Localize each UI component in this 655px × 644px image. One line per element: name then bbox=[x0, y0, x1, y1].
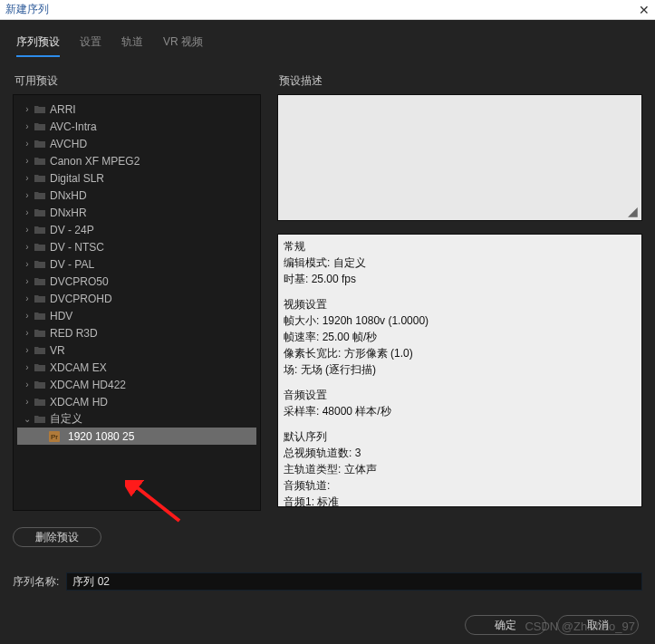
tree-item-label: HDV bbox=[50, 310, 72, 322]
folder-icon bbox=[34, 226, 46, 235]
preset-tree[interactable]: ›ARRI›AVC-Intra›AVCHD›Canon XF MPEG2›Dig… bbox=[13, 94, 261, 511]
window-title: 新建序列 bbox=[5, 2, 49, 17]
chevron-right-icon[interactable]: › bbox=[21, 380, 34, 389]
info-frame-size: 帧大小: 1920h 1080v (1.0000) bbox=[284, 312, 636, 329]
tab-settings[interactable]: 设置 bbox=[80, 34, 101, 57]
preset-info-box: 常规 编辑模式: 自定义 时基: 25.00 fps 视频设置 帧大小: 192… bbox=[277, 234, 642, 507]
tab-vr[interactable]: VR 视频 bbox=[163, 34, 203, 57]
tree-folder[interactable]: ›Canon XF MPEG2 bbox=[17, 152, 256, 169]
folder-icon bbox=[34, 312, 46, 321]
folder-icon bbox=[34, 157, 46, 166]
tree-item-label: DVCPRO50 bbox=[50, 275, 109, 288]
info-video-tracks: 总视频轨道数: 3 bbox=[284, 445, 636, 461]
chevron-right-icon[interactable]: › bbox=[21, 276, 34, 286]
folder-icon bbox=[34, 208, 46, 217]
folder-icon bbox=[34, 191, 46, 200]
preset-icon: Pr bbox=[48, 431, 61, 442]
info-heading-general: 常规 bbox=[284, 238, 636, 255]
chevron-right-icon[interactable]: › bbox=[21, 173, 34, 183]
folder-icon bbox=[34, 174, 46, 183]
title-bar: 新建序列 ✕ bbox=[0, 0, 655, 20]
tree-folder[interactable]: ›AVCHD bbox=[17, 135, 256, 152]
folder-icon bbox=[34, 363, 46, 372]
svg-text:Pr: Pr bbox=[51, 433, 58, 441]
chevron-right-icon[interactable]: › bbox=[21, 345, 34, 355]
close-icon[interactable]: ✕ bbox=[639, 3, 650, 17]
preset-description-box: ◢ bbox=[277, 94, 642, 221]
folder-icon bbox=[34, 346, 46, 355]
info-audio-tracks-label: 音频轨道: bbox=[284, 477, 636, 494]
tree-item-label: XDCAM HD bbox=[50, 396, 108, 409]
tree-folder[interactable]: ›XDCAM HD422 bbox=[17, 376, 256, 393]
info-edit-mode: 编辑模式: 自定义 bbox=[284, 255, 636, 271]
sequence-name-input[interactable] bbox=[66, 572, 642, 591]
tree-item-label: Canon XF MPEG2 bbox=[50, 155, 140, 168]
tree-item-label: 自定义 bbox=[50, 411, 82, 427]
tree-folder[interactable]: ›DVCPROHD bbox=[17, 290, 256, 307]
folder-icon bbox=[34, 380, 46, 389]
tree-item-label: VR bbox=[50, 344, 65, 357]
folder-icon bbox=[34, 398, 46, 407]
tree-item-label: AVC-Intra bbox=[50, 120, 97, 133]
folder-icon bbox=[34, 294, 46, 303]
info-sample-rate: 采样率: 48000 样本/秒 bbox=[284, 403, 636, 419]
chevron-right-icon[interactable]: › bbox=[21, 362, 34, 372]
tree-folder[interactable]: ›ARRI bbox=[17, 101, 256, 118]
chevron-right-icon[interactable]: › bbox=[21, 207, 34, 217]
tree-folder[interactable]: ›DNxHR bbox=[17, 204, 256, 221]
tree-item-label: DVCPROHD bbox=[50, 293, 112, 305]
tree-item-label: DV - PAL bbox=[50, 258, 94, 271]
tree-folder[interactable]: ›RED R3D bbox=[17, 324, 256, 341]
chevron-right-icon[interactable]: › bbox=[21, 242, 34, 252]
tree-folder[interactable]: ›HDV bbox=[17, 307, 256, 324]
chevron-right-icon[interactable]: › bbox=[21, 139, 34, 149]
tree-folder[interactable]: ›VR bbox=[17, 341, 256, 359]
chevron-right-icon[interactable]: › bbox=[21, 328, 34, 338]
info-heading-audio: 音频设置 bbox=[284, 387, 636, 403]
tab-tracks[interactable]: 轨道 bbox=[121, 34, 143, 57]
tree-item-label: AVCHD bbox=[50, 138, 87, 150]
tree-folder[interactable]: ›DVCPRO50 bbox=[17, 273, 256, 290]
sequence-name-label: 序列名称: bbox=[13, 574, 59, 590]
tree-preset[interactable]: Pr1920 1080 25 bbox=[17, 428, 256, 445]
tree-folder[interactable]: ›AVC-Intra bbox=[17, 118, 256, 135]
tree-item-label: XDCAM HD422 bbox=[50, 379, 126, 391]
chevron-right-icon[interactable]: › bbox=[21, 311, 34, 321]
delete-preset-button[interactable]: 删除预设 bbox=[13, 527, 101, 547]
tree-item-label: DV - 24P bbox=[50, 224, 94, 236]
resize-grip-icon: ◢ bbox=[628, 204, 638, 218]
tree-folder[interactable]: ›DNxHD bbox=[17, 187, 256, 204]
tree-folder[interactable]: ›XDCAM EX bbox=[17, 359, 256, 376]
chevron-right-icon[interactable]: › bbox=[21, 121, 34, 131]
chevron-right-icon[interactable]: › bbox=[21, 104, 34, 114]
tree-folder[interactable]: ›DV - NTSC bbox=[17, 238, 256, 255]
chevron-right-icon[interactable]: › bbox=[21, 190, 34, 200]
cancel-button[interactable]: 取消 bbox=[557, 615, 639, 635]
tree-item-label: DNxHD bbox=[50, 189, 87, 202]
ok-button[interactable]: 确定 bbox=[465, 615, 546, 635]
tree-folder[interactable]: ›DV - 24P bbox=[17, 221, 256, 238]
info-timebase: 时基: 25.00 fps bbox=[284, 271, 636, 287]
info-heading-default-seq: 默认序列 bbox=[284, 428, 636, 445]
tab-preset[interactable]: 序列预设 bbox=[16, 34, 60, 57]
chevron-right-icon[interactable]: › bbox=[21, 293, 34, 303]
tree-folder[interactable]: ›DV - PAL bbox=[17, 255, 256, 273]
tree-folder[interactable]: ›Digital SLR bbox=[17, 169, 256, 187]
tree-folder[interactable]: ›XDCAM HD bbox=[17, 393, 256, 410]
chevron-right-icon[interactable]: › bbox=[21, 259, 34, 269]
folder-icon bbox=[34, 415, 46, 424]
chevron-right-icon[interactable]: › bbox=[21, 397, 34, 407]
tree-item-label: Digital SLR bbox=[50, 172, 104, 185]
tree-folder[interactable]: ⌄自定义 bbox=[17, 410, 256, 428]
info-master-track: 主轨道类型: 立体声 bbox=[284, 461, 636, 477]
chevron-right-icon[interactable]: › bbox=[21, 225, 34, 235]
tree-item-label: DV - NTSC bbox=[50, 241, 104, 254]
chevron-right-icon[interactable]: › bbox=[21, 156, 34, 166]
info-frame-rate: 帧速率: 25.00 帧/秒 bbox=[284, 329, 636, 345]
info-fields: 场: 无场 (逐行扫描) bbox=[284, 361, 636, 378]
tree-item-label: RED R3D bbox=[50, 327, 98, 340]
folder-icon bbox=[34, 105, 46, 114]
info-par: 像素长宽比: 方形像素 (1.0) bbox=[284, 345, 636, 361]
tree-item-label: ARRI bbox=[50, 103, 76, 116]
chevron-down-icon[interactable]: ⌄ bbox=[21, 414, 34, 424]
